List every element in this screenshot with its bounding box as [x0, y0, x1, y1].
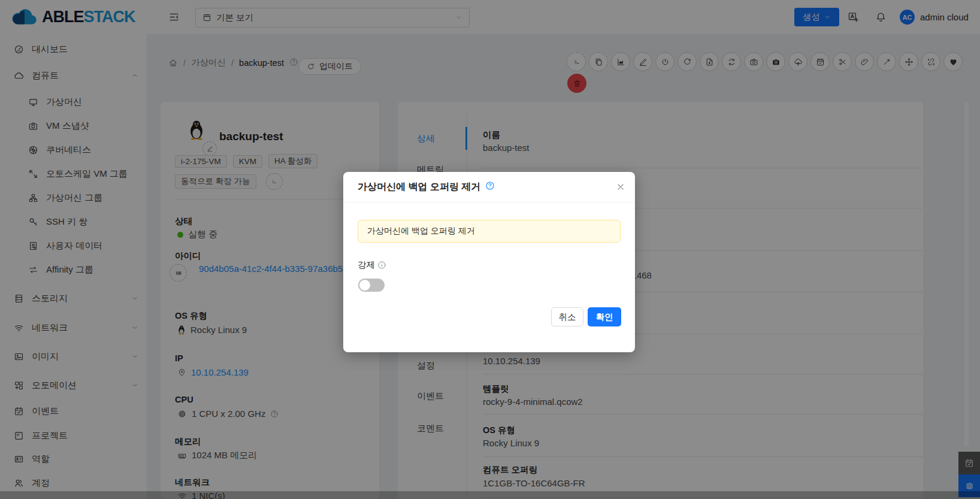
info-icon[interactable] [377, 261, 386, 270]
force-field-label: 강제 [358, 259, 386, 271]
warning-alert-text: 가상머신에 백업 오퍼링 제거 [367, 226, 475, 237]
confirm-button[interactable]: 확인 [588, 307, 621, 326]
modal-title: 가상머신에 백업 오퍼링 제거 [358, 181, 480, 193]
close-icon[interactable] [616, 182, 625, 193]
warning-alert: 가상머신에 백업 오퍼링 제거 [358, 220, 621, 243]
modal-header: 가상머신에 백업 오퍼링 제거 [343, 172, 635, 202]
help-icon[interactable] [485, 181, 495, 193]
cancel-button[interactable]: 취소 [551, 307, 583, 326]
force-toggle[interactable] [358, 279, 385, 292]
remove-backup-offering-modal: 가상머신에 백업 오퍼링 제거 가상머신에 백업 오퍼링 제거 강제 취소 확인 [343, 172, 635, 352]
toggle-knob [359, 280, 370, 291]
bottom-edge-strip [0, 491, 980, 499]
